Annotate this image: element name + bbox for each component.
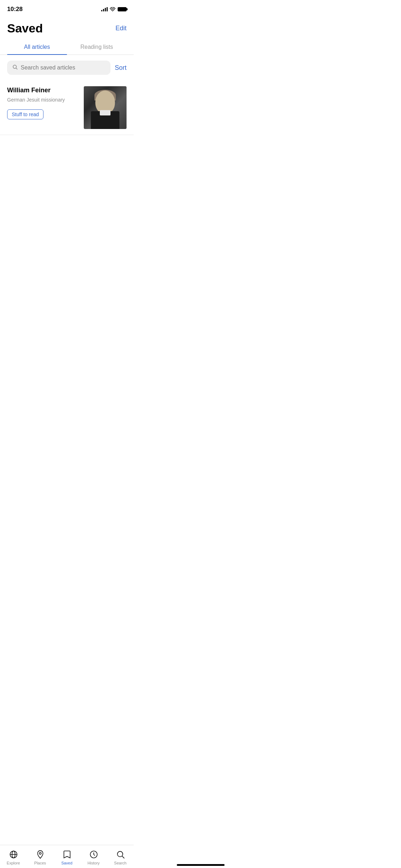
article-description: German Jesuit missionary xyxy=(7,97,78,104)
battery-icon xyxy=(118,7,127,11)
tab-all-articles[interactable]: All articles xyxy=(7,40,67,55)
status-bar: 10:28 xyxy=(0,0,134,16)
signal-icon xyxy=(101,7,108,11)
search-section: Sort xyxy=(0,55,134,81)
svg-point-0 xyxy=(112,11,113,11)
sort-button[interactable]: Sort xyxy=(115,64,127,72)
tab-bar: All articles Reading lists xyxy=(0,40,134,55)
article-thumbnail xyxy=(84,86,127,129)
header: Saved Edit xyxy=(0,16,134,40)
search-icon xyxy=(12,64,18,71)
edit-button[interactable]: Edit xyxy=(115,25,127,32)
svg-line-2 xyxy=(16,68,17,69)
reading-list-tag[interactable]: Stuff to read xyxy=(7,109,43,119)
search-input[interactable] xyxy=(21,64,106,71)
article-info: William Feiner German Jesuit missionary … xyxy=(7,86,84,119)
search-bar[interactable] xyxy=(7,61,110,75)
tab-reading-lists[interactable]: Reading lists xyxy=(67,40,127,55)
article-card[interactable]: William Feiner German Jesuit missionary … xyxy=(0,81,134,135)
status-time: 10:28 xyxy=(7,6,22,13)
article-title: William Feiner xyxy=(7,86,78,94)
status-icons xyxy=(101,7,127,11)
svg-point-1 xyxy=(13,65,16,68)
wifi-icon xyxy=(110,7,115,11)
page-title: Saved xyxy=(7,21,43,35)
